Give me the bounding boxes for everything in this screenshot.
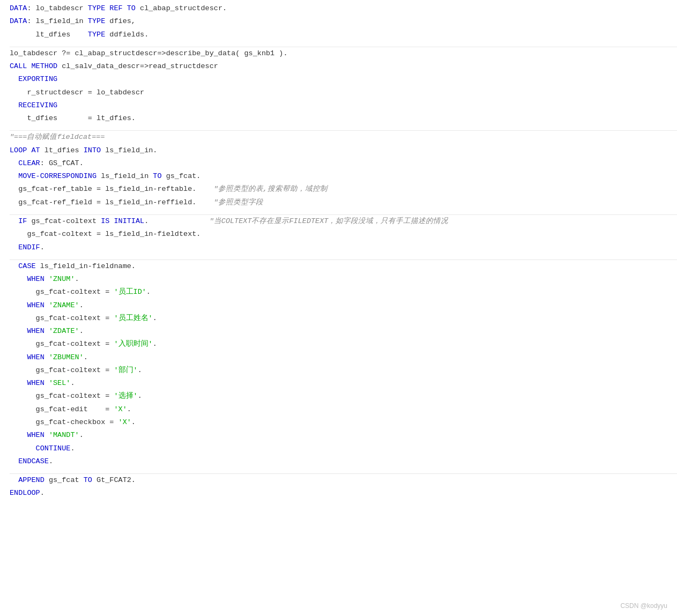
line-34: gs_fcat-edit = 'X'. xyxy=(10,403,677,416)
line-21: ENDIF. xyxy=(10,241,677,254)
line-35: gs_fcat-checkbox = 'X'. xyxy=(10,416,677,429)
line-7: EXPORTING xyxy=(10,73,677,86)
line-40: APPEND gs_fcat TO Gt_FCAT2. xyxy=(10,474,677,487)
code-editor: DATA: lo_tabdescr TYPE REF TO cl_abap_st… xyxy=(0,0,677,616)
line-19: IF gs_fcat-coltext IS INITIAL. "当COLTEXT… xyxy=(10,215,677,228)
line-30: WHEN 'ZBUMEN'. xyxy=(10,351,677,364)
line-15: MOVE-CORRESPONDING ls_field_in TO gs_fca… xyxy=(10,170,677,183)
watermark: CSDN @kodyyu xyxy=(620,602,667,610)
line-14: CLEAR: GS_fCAT. xyxy=(10,157,677,170)
line-3: lt_dfies TYPE ddfields. xyxy=(10,28,677,41)
line-9: RECEIVING xyxy=(10,99,677,112)
line-26: WHEN 'ZNAME'. xyxy=(10,299,677,312)
line-1: DATA: lo_tabdescr TYPE REF TO cl_abap_st… xyxy=(10,2,677,15)
line-24: WHEN 'ZNUM'. xyxy=(10,273,677,286)
line-5: lo_tabdescr ?= cl_abap_structdescr=>desc… xyxy=(10,47,677,60)
line-10: t_dfies = lt_dfies. xyxy=(10,112,677,125)
line-8: r_structdescr = lo_tabdescr xyxy=(10,86,677,99)
line-33: gs_fcat-coltext = '选择'. xyxy=(10,390,677,403)
code-content: DATA: lo_tabdescr TYPE REF TO cl_abap_st… xyxy=(0,0,677,502)
line-38: ENDCASE. xyxy=(10,455,677,468)
line-2: DATA: ls_field_in TYPE dfies, xyxy=(10,15,677,28)
line-20: gs_fcat-coltext = ls_field_in-fieldtext. xyxy=(10,228,677,241)
line-29: gs_fcat-coltext = '入职时间'. xyxy=(10,338,677,351)
line-6: CALL METHOD cl_salv_data_descr=>read_str… xyxy=(10,60,677,73)
line-16: gs_fcat-ref_table = ls_field_in-reftable… xyxy=(10,183,677,196)
line-41: ENDLOOP. xyxy=(10,487,677,500)
line-13: LOOP AT lt_dfies INTO ls_field_in. xyxy=(10,144,677,157)
line-36: WHEN 'MANDT'. xyxy=(10,429,677,442)
line-32: WHEN 'SEL'. xyxy=(10,377,677,390)
line-28: WHEN 'ZDATE'. xyxy=(10,325,677,338)
line-27: gs_fcat-coltext = '员工姓名'. xyxy=(10,312,677,325)
line-31: gs_fcat-coltext = '部门'. xyxy=(10,364,677,377)
line-12: "===自动赋值fieldcat=== xyxy=(10,131,677,144)
line-37: CONTINUE. xyxy=(10,442,677,455)
line-25: gs_fcat-coltext = '员工ID'. xyxy=(10,286,677,299)
line-23: CASE ls_field_in-fieldname. xyxy=(10,260,677,273)
line-17: gs_fcat-ref_field = ls_field_in-reffield… xyxy=(10,196,677,209)
